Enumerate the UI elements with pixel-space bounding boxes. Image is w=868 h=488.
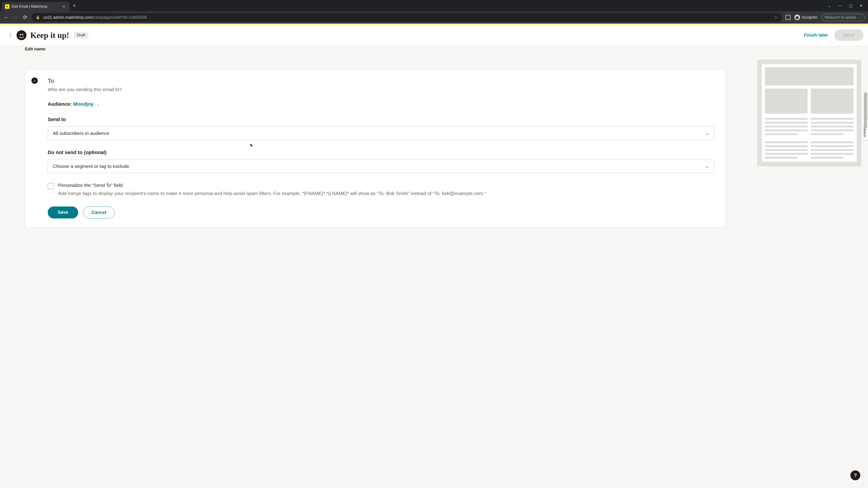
send-to-select[interactable]: All subscribers in audience ⌄: [48, 127, 714, 140]
status-badge: Draft: [74, 32, 88, 39]
address-bar: ← → ⟳ 🔒 us21.admin.mailchimp.com/campaig…: [0, 11, 868, 24]
preview-text-line: [765, 126, 808, 127]
audience-selector[interactable]: Audience: Moodjoy ⌄: [48, 101, 714, 107]
finish-later-button[interactable]: Finish later: [804, 33, 828, 38]
url-text: us21.admin.mailchimp.com/campaigns/edit?…: [43, 15, 147, 20]
help-button[interactable]: ?: [850, 470, 860, 480]
incognito-indicator: ⬤ Incognito: [795, 15, 817, 20]
card-title: To: [48, 77, 714, 85]
menu-dots-icon: ⋮: [858, 15, 862, 20]
tab-close-icon[interactable]: ✕: [61, 4, 66, 9]
preview-text-line: [765, 149, 808, 151]
preview-text-line: [811, 118, 854, 120]
preview-image-placeholder: [811, 89, 854, 113]
card-subtitle: Who are you sending this email to?: [48, 87, 714, 92]
app-back-icon[interactable]: 〈: [4, 30, 13, 41]
back-icon[interactable]: ←: [3, 14, 9, 20]
exclude-select[interactable]: Choose a segment or tag to exclude ⌄: [48, 160, 714, 173]
app-header: 〈 Keep it up! Draft Finish later Send: [0, 24, 868, 46]
chevron-down-icon: ⌄: [706, 164, 709, 169]
preview-text-line: [765, 133, 798, 135]
preview-text-line: [811, 149, 854, 151]
preview-text-line: [765, 157, 798, 159]
incognito-icon: ⬤: [795, 15, 800, 20]
personalize-description: Add merge tags to display your recipient…: [58, 190, 714, 197]
send-button[interactable]: Send: [834, 29, 864, 41]
favicon-icon: ✦: [5, 4, 9, 9]
preview-text-line: [811, 133, 843, 135]
preview-text-line: [765, 129, 808, 131]
preview-text-line: [811, 153, 854, 155]
preview-hero-placeholder: [765, 67, 854, 86]
preview-text-line: [811, 141, 854, 143]
cancel-button[interactable]: Cancel: [83, 206, 115, 219]
forward-icon[interactable]: →: [13, 14, 19, 20]
preview-text-line: [765, 122, 808, 124]
preview-text-line: [765, 118, 808, 120]
preview-text-line: [811, 129, 854, 131]
preview-text-line: [765, 141, 808, 143]
scrollbar[interactable]: [864, 24, 868, 488]
scrollbar-thumb[interactable]: [864, 92, 867, 128]
main-column: Edit name ✓ To Who are you sending this …: [0, 46, 750, 488]
reload-icon[interactable]: ⟳: [22, 14, 28, 20]
preview-text-line: [811, 157, 843, 159]
lock-icon: 🔒: [36, 15, 40, 20]
relaunch-button[interactable]: Relaunch to update ⋮: [822, 14, 865, 21]
chevron-down-icon: ⌄: [706, 131, 709, 136]
check-icon: ✓: [31, 77, 38, 84]
extensions-icon[interactable]: [785, 15, 790, 20]
email-preview: [757, 60, 861, 166]
tab-bar: ✦ Edit Email | Mailchimp ✕ + ⌄ — ▢ ✕: [0, 0, 868, 11]
preview-column: [750, 46, 868, 488]
preview-image-placeholder: [765, 89, 808, 113]
campaign-title: Keep it up!: [30, 31, 69, 40]
preview-text-line: [811, 145, 854, 147]
chevron-down-icon: ⌄: [96, 102, 99, 106]
svg-point-0: [17, 30, 26, 40]
url-bar[interactable]: 🔒 us21.admin.mailchimp.com/campaigns/edi…: [32, 13, 782, 22]
minimize-icon[interactable]: —: [838, 4, 842, 8]
save-button[interactable]: Save: [48, 206, 78, 219]
svg-point-2: [22, 34, 23, 35]
svg-point-1: [20, 34, 21, 35]
close-window-icon[interactable]: ✕: [860, 4, 863, 8]
preview-text-line: [811, 126, 854, 127]
preview-text-line: [765, 145, 808, 147]
tabs-dropdown-icon[interactable]: ⌄: [828, 4, 831, 8]
browser-tab[interactable]: ✦ Edit Email | Mailchimp ✕: [2, 2, 70, 11]
maximize-icon[interactable]: ▢: [849, 4, 852, 8]
personalize-checkbox[interactable]: [48, 183, 54, 189]
send-to-label: Send to: [48, 117, 714, 123]
mailchimp-logo-icon: [16, 30, 27, 41]
personalize-label: Personalize the “Send To” field: [58, 183, 714, 188]
to-card: ✓ To Who are you sending this email to? …: [25, 69, 725, 228]
edit-name-link[interactable]: Edit name: [25, 46, 725, 52]
new-tab-button[interactable]: +: [73, 3, 76, 8]
tab-title: Edit Email | Mailchimp: [12, 4, 59, 8]
exclude-label: Do not send to (optional): [48, 150, 714, 156]
preview-text-line: [811, 122, 854, 124]
bookmark-star-icon[interactable]: ☆: [774, 15, 778, 20]
preview-text-line: [765, 153, 808, 155]
